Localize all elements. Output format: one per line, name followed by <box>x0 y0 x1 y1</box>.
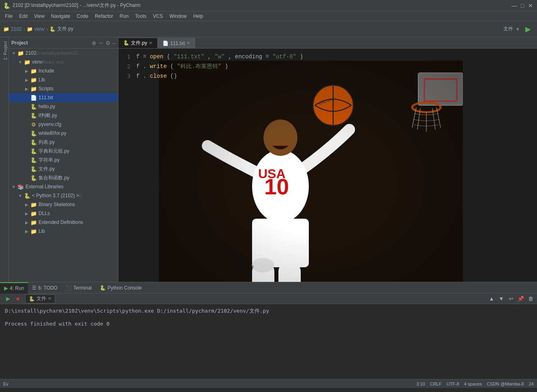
menu-tools[interactable]: Tools <box>132 13 150 20</box>
tab-close-wenjianzpy[interactable]: ✕ <box>149 40 152 46</box>
tree-item-venv[interactable]: ▼ 📁 venv library root <box>9 58 118 66</box>
menu-navigate[interactable]: Navigate <box>48 13 73 20</box>
wrap-button[interactable]: ↩ <box>507 295 515 303</box>
run-config-label: 文件 <box>503 26 513 32</box>
code-line-1[interactable]: f = open ( "111.txt" , "w" , encoding = … <box>136 52 537 62</box>
code-paren2: ) <box>300 53 303 60</box>
expand-icon[interactable]: ↔ <box>98 40 104 46</box>
left-sidebar-strip: 1: Project <box>0 37 9 282</box>
code-content: f = open ( "111.txt" , "w" , encoding = … <box>135 52 537 81</box>
settings-icon[interactable]: ⚙ <box>105 40 111 46</box>
tree-item-string[interactable]: ▶ 🐍 字符串.py <box>9 156 118 164</box>
code-line-3[interactable]: f . close () <box>136 71 537 81</box>
tab-label-wenjianzpy: 文件.py <box>131 40 147 47</box>
scroll-down-button[interactable]: ▼ <box>497 295 505 303</box>
code-line-2[interactable]: f . write ( "科比.布莱恩特" ) <box>136 62 537 71</box>
tree-item-scripts[interactable]: ▶ 📁 Scripts <box>9 84 118 93</box>
run-stop-button[interactable]: ■ <box>14 295 22 303</box>
tree-item-file[interactable]: ▶ 🐍 文件.py <box>9 164 118 173</box>
project-title: Project <box>11 40 90 46</box>
menu-refactor[interactable]: Refactor <box>92 13 116 20</box>
run-tab-icon: ▶ <box>4 285 8 291</box>
run-start-button[interactable]: ▶ <box>4 295 12 303</box>
bottom-tab-todo[interactable]: ☰ 6: TODO <box>28 282 62 294</box>
breadcrumb-file-icon: 🐍 <box>49 26 56 32</box>
bottom-panel: ▶ 4: Run ☰ 6: TODO ⬛ Terminal 🐍 Python C… <box>0 282 537 379</box>
line-numbers: 1 2 3 <box>118 52 135 81</box>
code-var-f3: f <box>136 73 139 79</box>
tree-item-ifjudge[interactable]: ▶ 🐍 if判断.py <box>9 111 118 120</box>
tree-item-hellopy[interactable]: ▶ 🐍 hello.py <box>9 102 118 111</box>
status-num: 24 <box>529 381 534 386</box>
tab-icon-111txt: 📄 <box>163 40 169 46</box>
code-dot1: . <box>143 63 146 70</box>
code-paren1: ( <box>167 53 170 60</box>
tree-item-set[interactable]: ▶ 🐍 集合和函数.py <box>9 173 118 182</box>
tree-item-dlls[interactable]: ▶ 📁 DLLs <box>9 209 118 218</box>
scroll-up-button[interactable]: ▲ <box>488 295 496 303</box>
status-event-log[interactable]: Ev <box>3 381 9 386</box>
code-editor[interactable]: 1 2 3 f = open ( "111.txt" , "w" , encod… <box>118 49 537 282</box>
window-title: 2102 [D:\install\pycharm\2102] - ...\ven… <box>13 2 511 9</box>
menu-help[interactable]: Help <box>190 13 207 20</box>
breadcrumb-project[interactable]: 2102 <box>11 26 22 32</box>
project-tree: ▼ 📁 2102 D:\install\pycharm\21 ▼ 📁 venv … <box>9 49 118 282</box>
maximize-button[interactable]: □ <box>519 2 526 9</box>
minimize-button[interactable]: — <box>511 2 518 9</box>
menu-edit[interactable]: Edit <box>16 13 31 20</box>
menu-window[interactable]: Window <box>166 13 190 20</box>
tree-item-lib[interactable]: ▶ 📁 Lib <box>9 75 118 84</box>
tab-wenjianzpy[interactable]: 🐍 文件.py ✕ <box>118 38 158 48</box>
menubar: File Edit View Navigate Code Refactor Ru… <box>0 11 537 21</box>
status-charset[interactable]: UTF-8 <box>447 381 459 386</box>
status-indent[interactable]: 4 spaces <box>464 381 482 386</box>
run-config-dropdown-icon[interactable]: ▼ <box>516 27 520 32</box>
run-right-controls: ▲ ▼ ↩ 📌 🗑 <box>488 295 535 303</box>
close-button[interactable]: ✕ <box>527 2 534 9</box>
tree-item-list[interactable]: ▶ 🐍 列表.py <box>9 138 118 147</box>
run-file-icon: 🐍 <box>29 296 35 302</box>
tab-111txt[interactable]: 📄 111.txt ✕ <box>158 38 195 48</box>
breadcrumb-venv[interactable]: venv <box>34 26 45 32</box>
tree-item-extdefs[interactable]: ▶ 📁 Extended Definitions <box>9 218 118 227</box>
line-num-2: 2 <box>118 62 131 71</box>
menu-vcs[interactable]: VCS <box>150 13 166 20</box>
tree-item-whilefor[interactable]: ▶ 🐍 while和for.py <box>9 129 118 138</box>
bottom-tabs: ▶ 4: Run ☰ 6: TODO ⬛ Terminal 🐍 Python C… <box>0 282 537 294</box>
tree-item-binskele[interactable]: ▶ 📁 Binary Skeletons <box>9 200 118 209</box>
tab-close-111txt[interactable]: ✕ <box>186 40 190 46</box>
run-controls: ▶ ■ <box>2 295 24 303</box>
menu-run[interactable]: Run <box>116 13 132 20</box>
line-num-3: 3 <box>118 71 131 81</box>
bottom-tab-python-console-label: Python Console <box>107 285 142 291</box>
tree-item-include[interactable]: ▶ 📁 Include <box>9 66 118 75</box>
tree-item-extlibs[interactable]: ▼ 📚 External Libraries <box>9 182 118 191</box>
status-encoding[interactable]: CRLF <box>430 381 442 386</box>
statusbar-right: 3:10 CRLF UTF-8 4 spaces CSDN @Mamba-8 2… <box>417 381 534 386</box>
close-panel-icon[interactable]: – <box>112 40 116 46</box>
bottom-tab-python-console[interactable]: 🐍 Python Console <box>96 282 146 294</box>
bottom-tab-terminal[interactable]: ⬛ Terminal <box>62 282 96 294</box>
menu-file[interactable]: File <box>2 13 16 20</box>
menu-view[interactable]: View <box>31 13 48 20</box>
run-button[interactable]: ▶ <box>522 23 534 35</box>
bottom-tab-run[interactable]: ▶ 4: Run <box>0 282 28 294</box>
breadcrumb: 📁 2102 › 📁 venv › 🐍 文件.py <box>3 26 73 32</box>
tree-item-lib2[interactable]: ▶ 📁 Lib <box>9 227 118 236</box>
line-num-1: 1 <box>118 52 131 62</box>
basketball-scene-svg: 10 USA <box>159 61 463 282</box>
menu-code[interactable]: Code <box>73 13 92 20</box>
run-file-tab[interactable]: 🐍 文件 ✕ <box>25 294 55 303</box>
tree-item-python37[interactable]: ▼ 🐍 < Python 3.7 (2102) > D <box>9 191 118 200</box>
breadcrumb-file[interactable]: 文件.py <box>57 26 73 32</box>
tree-item-111txt[interactable]: ▶ 📄 111.txt <box>9 93 118 102</box>
tree-item-dict[interactable]: ▶ 🐍 字典和元组.py <box>9 147 118 156</box>
add-icon[interactable]: ⊕ <box>92 40 96 46</box>
pin-button[interactable]: 📌 <box>517 295 525 303</box>
run-file-close[interactable]: ✕ <box>48 296 51 301</box>
project-panel-label[interactable]: 1: Project <box>0 37 9 63</box>
project-header: Project ⊕ ↔ ⚙ – <box>9 37 118 49</box>
tree-item-pyvenv[interactable]: ▶ ⚙ pyvenv.cfg <box>9 120 118 129</box>
clear-button[interactable]: 🗑 <box>526 295 535 303</box>
tree-item-root[interactable]: ▼ 📁 2102 D:\install\pycharm\21 <box>9 49 118 58</box>
